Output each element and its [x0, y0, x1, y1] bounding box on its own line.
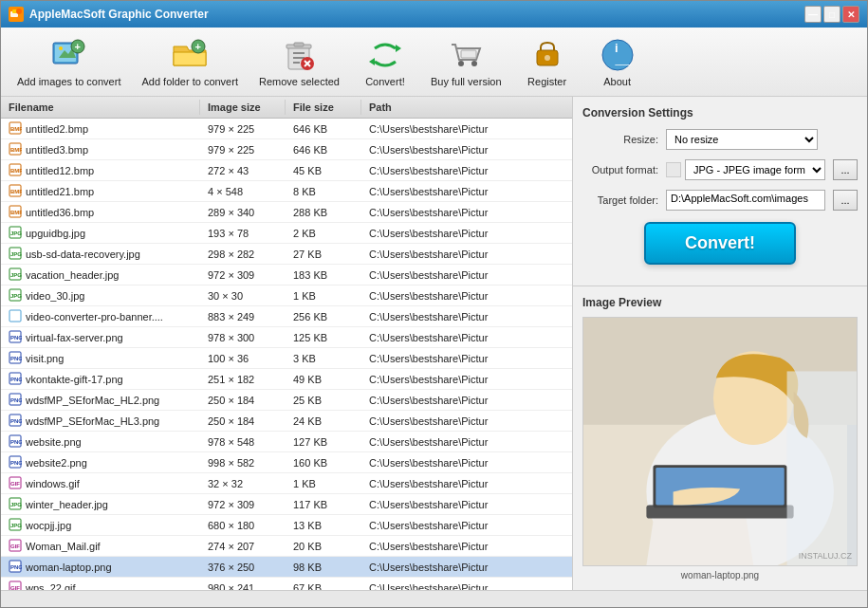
file-cell-filesize: 45 KB — [286, 163, 361, 178]
window-title: AppleMacSoft Graphic Converter — [29, 8, 209, 21]
output-format-row: Output format: JPG - JPEG image formPNG … — [582, 159, 858, 180]
file-cell-path: C:\Users\bestshare\Pictur — [361, 455, 572, 470]
file-cell-path: C:\Users\bestshare\Pictur — [361, 393, 572, 408]
file-cell-path: C:\Users\bestshare\Pictur — [361, 142, 572, 157]
file-row[interactable]: PNGvisit.png100 × 363 KBC:\Users\bestsha… — [1, 348, 572, 369]
conversion-settings: Conversion Settings Resize: No resize320… — [573, 97, 867, 286]
add-folder-label: Add folder to convert — [141, 76, 238, 87]
col-header-filesize: File size — [286, 100, 361, 115]
file-cell-filename: GIFWoman_Mail.gif — [1, 537, 200, 556]
file-cell-filename: PNGwebsite.png — [1, 433, 200, 451]
file-cell-path: C:\Users\bestshare\Pictur — [361, 560, 572, 575]
svg-text:GIF: GIF — [10, 481, 20, 487]
file-type-icon: PNG — [9, 434, 22, 450]
convert-main-button[interactable]: Convert! — [644, 222, 796, 265]
file-row[interactable]: BMPuntitled12.bmp272 × 4345 KBC:\Users\b… — [1, 160, 572, 181]
file-type-icon: PNG — [9, 393, 22, 408]
svg-point-23 — [471, 61, 477, 66]
file-row[interactable]: PNGvkontakte-gift-17.png251 × 18249 KBC:… — [1, 369, 572, 390]
file-row[interactable]: JPGwocpjj.jpg680 × 18013 KBC:\Users\best… — [1, 515, 572, 536]
close-button[interactable]: ✕ — [842, 6, 859, 23]
remove-selected-button[interactable]: Remove selected — [250, 31, 348, 92]
file-row[interactable]: GIFwps_22.gif980 × 24167 KBC:\Users\best… — [1, 578, 572, 590]
file-row[interactable]: BMPuntitled2.bmp979 × 225646 KBC:\Users\… — [1, 119, 572, 139]
file-row[interactable]: JPGwinter_header.jpg972 × 309117 KBC:\Us… — [1, 494, 572, 515]
file-row[interactable]: BMPuntitled3.bmp979 × 225646 KBC:\Users\… — [1, 139, 572, 160]
file-cell-filesize: 1 KB — [286, 288, 361, 304]
file-cell-filesize: 125 KB — [286, 330, 361, 345]
file-cell-filename: JPGwocpjj.jpg — [1, 516, 200, 535]
file-cell-filename: PNGvkontakte-gift-17.png — [1, 370, 200, 389]
file-row[interactable]: PNGwdsfMP_SEforMac_HL2.png250 × 18425 KB… — [1, 390, 572, 411]
file-row[interactable]: PNGwdsfMP_SEforMac_HL3.png250 × 18424 KB… — [1, 411, 572, 432]
svg-text:JPG: JPG — [10, 230, 22, 236]
file-cell-filename: BMPuntitled3.bmp — [1, 140, 200, 159]
folder-browse-button[interactable]: ... — [833, 190, 858, 211]
svg-text:___: ___ — [614, 55, 631, 65]
register-button[interactable]: Register — [514, 31, 581, 92]
image-preview-section: Image Preview — [573, 286, 867, 590]
file-row[interactable]: PNGwebsite.png978 × 548127 KBC:\Users\be… — [1, 432, 572, 452]
preview-filename: woman-laptop.png — [582, 570, 858, 580]
file-row[interactable]: JPGupguidbg.jpg193 × 782 KBC:\Users\best… — [1, 223, 572, 244]
output-format-select[interactable]: JPG - JPEG image formPNG - Portable Netw… — [685, 159, 825, 180]
output-format-label: Output format: — [582, 164, 658, 175]
svg-text:PNG: PNG — [10, 460, 22, 466]
svg-text:PNG: PNG — [10, 564, 22, 570]
file-cell-filesize: 160 KB — [286, 455, 361, 470]
file-cell-filesize: 2 KB — [286, 226, 361, 241]
file-list-header: Filename Image size File size Path — [1, 97, 572, 119]
file-cell-filename: PNGwoman-laptop.png — [1, 558, 200, 577]
convert-toolbar-button[interactable]: Convert! — [352, 31, 418, 92]
buy-version-button[interactable]: Buy full version — [422, 31, 510, 92]
svg-text:PNG: PNG — [10, 335, 22, 341]
file-row[interactable]: BMPuntitled21.bmp4 × 5488 KBC:\Users\bes… — [1, 181, 572, 202]
file-row[interactable]: PNGvirtual-fax-server.png978 × 300125 KB… — [1, 327, 572, 348]
maximize-button[interactable]: □ — [823, 6, 840, 23]
file-cell-filesize: 183 KB — [286, 267, 361, 283]
file-row[interactable]: GIFwindows.gif32 × 321 KBC:\Users\bestsh… — [1, 473, 572, 494]
about-label: About — [603, 76, 631, 87]
file-cell-filename: JPGusb-sd-data-recovery.jpg — [1, 245, 200, 264]
add-folder-button[interactable]: + Add folder to convert — [133, 31, 247, 92]
file-type-icon: PNG — [9, 330, 22, 345]
file-cell-filesize: 646 KB — [286, 121, 361, 137]
file-row[interactable]: JPGvacation_header.jpg972 × 309183 KBC:\… — [1, 265, 572, 286]
add-images-button[interactable]: + Add images to convert — [9, 31, 129, 92]
about-button[interactable]: i ___ About — [584, 31, 651, 92]
output-format-box: JPG - JPEG image formPNG - Portable Netw… — [666, 159, 825, 180]
status-bar — [1, 590, 867, 607]
file-list-scroll[interactable]: BMPuntitled2.bmp979 × 225646 KBC:\Users\… — [1, 119, 572, 590]
file-cell-filename: BMPuntitled2.bmp — [1, 120, 200, 138]
svg-point-26 — [545, 55, 550, 61]
file-type-icon: JPG — [9, 226, 22, 241]
file-cell-path: C:\Users\bestshare\Pictur — [361, 121, 572, 137]
file-cell-filename: video-converter-pro-banner.... — [1, 307, 200, 326]
file-cell-path: C:\Users\bestshare\Pictur — [361, 205, 572, 220]
svg-text:JPG: JPG — [10, 523, 22, 528]
file-type-icon: GIF — [9, 539, 22, 554]
file-type-icon — [9, 309, 22, 324]
file-row[interactable]: BMPuntitled36.bmp289 × 340288 KBC:\Users… — [1, 202, 572, 223]
svg-text:JPG: JPG — [10, 502, 22, 507]
resize-select[interactable]: No resize320x240640x480800x6001024x768Cu… — [666, 129, 818, 150]
file-row[interactable]: PNGwebsite2.png998 × 582160 KBC:\Users\b… — [1, 452, 572, 473]
file-cell-imgsize: 978 × 548 — [200, 434, 286, 450]
file-row[interactable]: JPGusb-sd-data-recovery.jpg298 × 28227 K… — [1, 244, 572, 265]
file-row[interactable]: JPGvideo_30.jpg30 × 301 KBC:\Users\bests… — [1, 286, 572, 306]
file-cell-filename: JPGvacation_header.jpg — [1, 266, 200, 285]
file-row[interactable]: PNGwoman-laptop.png376 × 25098 KBC:\User… — [1, 557, 572, 578]
file-row[interactable]: video-converter-pro-banner....883 × 2492… — [1, 306, 572, 327]
file-cell-filename: PNGvirtual-fax-server.png — [1, 328, 200, 347]
file-type-icon: GIF — [9, 476, 22, 491]
format-browse-button[interactable]: ... — [833, 159, 858, 180]
resize-select-container: No resize320x240640x480800x6001024x768Cu… — [666, 129, 858, 150]
file-cell-path: C:\Users\bestshare\Pictur — [361, 518, 572, 533]
file-row[interactable]: GIFWoman_Mail.gif274 × 20720 KBC:\Users\… — [1, 536, 572, 557]
file-cell-path: C:\Users\bestshare\Pictur — [361, 372, 572, 387]
file-list-panel: Filename Image size File size Path BMPun… — [1, 97, 573, 590]
remove-selected-label: Remove selected — [259, 76, 340, 87]
file-cell-path: C:\Users\bestshare\Pictur — [361, 351, 572, 366]
file-cell-path: C:\Users\bestshare\Pictur — [361, 476, 572, 491]
minimize-button[interactable]: — — [804, 6, 822, 23]
